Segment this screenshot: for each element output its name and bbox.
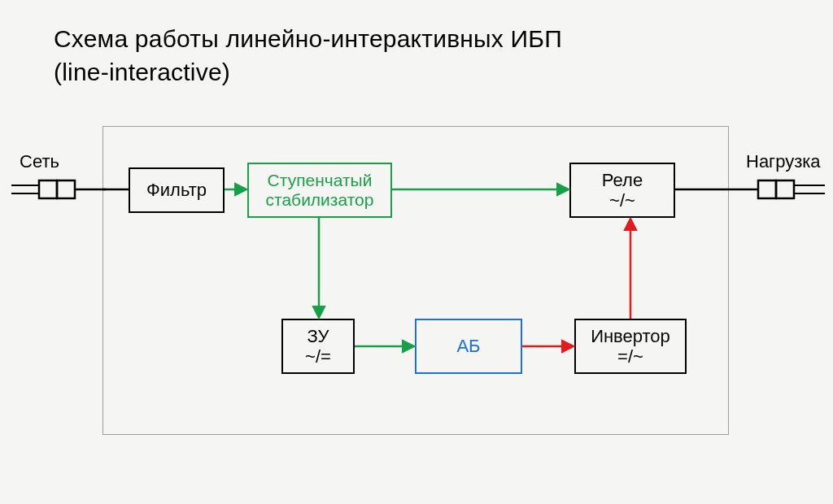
svg-rect-7: [776, 180, 794, 198]
page-title: Схема работы линейно-интерактивных ИБП (…: [54, 23, 562, 89]
mains-plug-icon: [11, 176, 106, 206]
block-relay: Реле ~/~: [569, 163, 675, 218]
block-relay-label: Реле: [602, 170, 643, 190]
block-relay-sub: ~/~: [609, 190, 635, 211]
diagram-page: Схема работы линейно-интерактивных ИБП (…: [0, 0, 833, 504]
output-label: Нагрузка: [746, 151, 821, 172]
block-stabilizer: Ступенчатый стабилизатор: [247, 163, 392, 218]
block-inverter: Инвертор =/~: [574, 319, 687, 374]
svg-rect-3: [57, 180, 75, 198]
block-battery-label: АБ: [456, 336, 480, 356]
title-line-1: Схема работы линейно-интерактивных ИБП: [54, 25, 562, 52]
block-stabilizer-line1: Ступенчатый: [268, 171, 373, 190]
block-filter: Фильтр: [129, 167, 225, 213]
input-label: Сеть: [20, 151, 59, 172]
block-inverter-sub: =/~: [617, 346, 643, 367]
block-stabilizer-line2: стабилизатор: [266, 190, 374, 210]
block-charger-label: ЗУ: [307, 326, 329, 346]
svg-rect-6: [758, 180, 776, 198]
title-line-2: (line-interactive): [54, 59, 230, 85]
block-inverter-label: Инвертор: [591, 326, 670, 346]
block-charger: ЗУ ~/=: [281, 319, 355, 374]
load-plug-icon: [729, 176, 825, 206]
block-filter-label: Фильтр: [146, 180, 207, 200]
block-charger-sub: ~/=: [305, 346, 331, 367]
svg-rect-2: [39, 180, 57, 198]
block-battery: АБ: [415, 319, 522, 374]
